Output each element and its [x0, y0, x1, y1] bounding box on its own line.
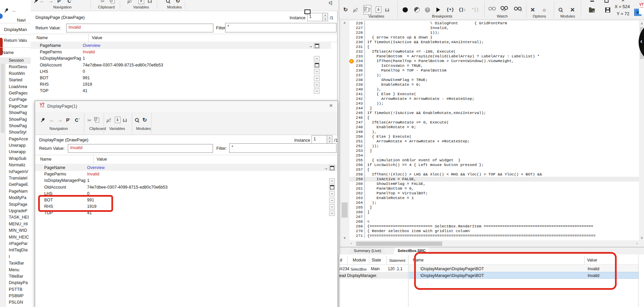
table-row[interactable]: PageParmsInvalid	[31, 49, 331, 55]
collapse-button[interactable]: −	[314, 76, 320, 81]
variable-list-item[interactable]: IsPageInV	[0, 169, 31, 175]
breakpoint-gutter[interactable]	[349, 144, 354, 148]
save-icon[interactable]	[605, 5, 610, 14]
constants-icon[interactable]: k	[115, 115, 120, 124]
call-cell-module[interactable]: SelectBox	[351, 267, 367, 271]
table-row[interactable]: BOT991−	[35, 197, 337, 203]
column-header-name[interactable]: Name	[36, 35, 48, 40]
call-cell-state[interactable]: Main	[371, 267, 380, 271]
back-arrow-icon[interactable]: ←	[11, 6, 17, 15]
code-line[interactable]: 245If TimeOut(!IsActive && EnableRotate,…	[349, 111, 639, 115]
variable-list-item[interactable]: RootWin	[0, 71, 31, 77]
column-header-value[interactable]: Value	[92, 35, 102, 40]
instance-input[interactable]: 1	[312, 135, 327, 144]
variable-list-item[interactable]: PageChar	[0, 103, 31, 110]
code-line[interactable]: 270{ Render selectbox item with gridlist…	[349, 229, 639, 233]
variable-list-item[interactable]: Session	[0, 57, 31, 64]
editor-horizontal-scrollbar[interactable]: ‹ ›	[349, 241, 639, 247]
variable-list-item[interactable]: PageNam	[0, 188, 31, 195]
step-over-icon[interactable]: *{}	[472, 5, 479, 14]
paste-icon[interactable]	[111, 0, 115, 5]
code-line[interactable]: 239 EnableRotate = 0;	[349, 82, 639, 87]
watch-cell-value[interactable]: Invalid	[588, 273, 599, 278]
sort-variables-icon[interactable]: μAz	[107, 116, 111, 124]
variable-list-item[interactable]: CurrPage	[0, 96, 31, 103]
breakpoint-gutter[interactable]	[349, 167, 354, 172]
scrollbar-thumb[interactable]	[356, 242, 442, 246]
breakpoint-gutter[interactable]	[349, 120, 354, 125]
variable-list-item[interactable]: TranslateI	[0, 175, 31, 182]
instance-stepper[interactable]: ▲▼	[323, 13, 328, 21]
breakpoint-gutter[interactable]	[349, 153, 354, 158]
code-line[interactable]: 259 IsActive = FALSE,	[349, 177, 639, 182]
code-line[interactable]: 252 ));	[349, 144, 639, 148]
breakpoint-gutter[interactable]	[349, 59, 354, 63]
tab-selectbox-src[interactable]: SelectBox.SRC	[393, 247, 430, 255]
code-line[interactable]: 229 { arrow rotate up & down }	[349, 35, 639, 40]
watch-cell-name[interactable]: \DisplayManager\DisplayPage\BOT	[420, 273, 484, 278]
breakpoint-gutter[interactable]	[349, 49, 354, 54]
variable-list-item[interactable]: TaskBar	[0, 260, 31, 267]
open-window-button[interactable]	[329, 165, 335, 171]
code-line[interactable]: 266]	[349, 210, 639, 215]
caller-up-icon[interactable]: C↑	[68, 0, 72, 5]
parent-up-icon[interactable]: P↑	[66, 116, 71, 124]
code-line[interactable]: 240 ),	[349, 87, 639, 92]
variable-list-item[interactable]: MIN_WID	[0, 227, 31, 234]
variable-list-item[interactable]: PageAcce	[0, 136, 31, 142]
caller-up-icon[interactable]: C↑	[75, 116, 80, 124]
variable-list-item[interactable]: PSBMP	[0, 293, 31, 299]
breakpoint-stop-icon[interactable]	[403, 5, 408, 14]
search-icon[interactable]	[135, 116, 139, 124]
back-arrow-icon[interactable]: ←	[49, 116, 55, 124]
collapse-button[interactable]: −	[314, 56, 320, 61]
open-window-button[interactable]	[314, 43, 320, 49]
breakpoint-gutter[interactable]	[349, 101, 354, 106]
code-line[interactable]: 254	[349, 153, 639, 158]
run-icon[interactable]	[436, 5, 440, 14]
table-row[interactable]: RHS1919−	[35, 203, 337, 210]
variable-list-item[interactable]: Menu	[0, 267, 31, 273]
parameters-icon[interactable]: (...)	[123, 116, 127, 124]
code-line[interactable]: 248 EnableRotate = 0;	[349, 125, 639, 130]
refresh-icon[interactable]: ↻	[176, 0, 180, 5]
code-line[interactable]: 250 { Else } Execute(	[349, 134, 639, 139]
code-line[interactable]: 233 PanelBottom = ArraySize(Valid(LabelA…	[349, 54, 639, 59]
variable-list-item[interactable]: DisplayPa	[0, 280, 31, 286]
table-row[interactable]: LHS0−	[35, 191, 337, 197]
close-module-icon[interactable]: ✕	[570, 5, 575, 14]
collapse-button[interactable]: −	[314, 69, 320, 74]
table-row[interactable]: TOP41−	[35, 210, 337, 216]
forward-arrow-icon[interactable]: →	[48, 0, 54, 5]
breakpoint-gutter[interactable]	[349, 106, 354, 111]
breakpoint-gutter[interactable]	[349, 139, 354, 144]
breakpoint-gutter[interactable]	[349, 148, 354, 153]
code-line[interactable]: 264 );	[349, 200, 639, 205]
variable-list-item[interactable]: ShowPag	[0, 123, 31, 129]
folder-icon[interactable]: w	[589, 6, 595, 15]
variable-list-item[interactable]: GetPages	[0, 90, 31, 96]
breakpoint-gutter[interactable]	[349, 26, 354, 30]
open-window-button[interactable]	[314, 62, 320, 68]
variable-list-item[interactable]: Started	[0, 77, 31, 83]
breakpoint-gutter[interactable]	[349, 224, 354, 229]
code-line[interactable]: 237 );	[349, 73, 639, 78]
breakpoint-gutter[interactable]	[349, 87, 354, 92]
breakpoint-gutter[interactable]	[349, 68, 354, 73]
call-col-statement[interactable]: Statement	[389, 258, 405, 262]
breakpoint-gutter[interactable]	[349, 229, 354, 233]
code-line[interactable]: 241 { Else } Execute(	[349, 92, 639, 96]
code-line[interactable]: 268<	[349, 219, 639, 224]
variable-list-item[interactable]: UpgradeF	[0, 208, 31, 214]
paste-icon[interactable]	[95, 116, 99, 124]
refresh-icon[interactable]: ↻	[142, 116, 147, 124]
constants-icon[interactable]: k	[376, 5, 381, 14]
code-line[interactable]: 243 ));	[349, 101, 639, 106]
collapse-button[interactable]: −	[329, 198, 335, 203]
variable-list-item[interactable]: MENU_HI	[0, 221, 31, 227]
breakpoint-gutter[interactable]	[349, 111, 354, 115]
code-line[interactable]: 244 ]	[349, 106, 639, 111]
code-line[interactable]: 236 PanelTop = TOP - PanelBottom	[349, 68, 639, 73]
sort-variables-icon[interactable]: μAz	[128, 0, 132, 5]
code-line[interactable]: 271{====================================…	[349, 233, 639, 238]
